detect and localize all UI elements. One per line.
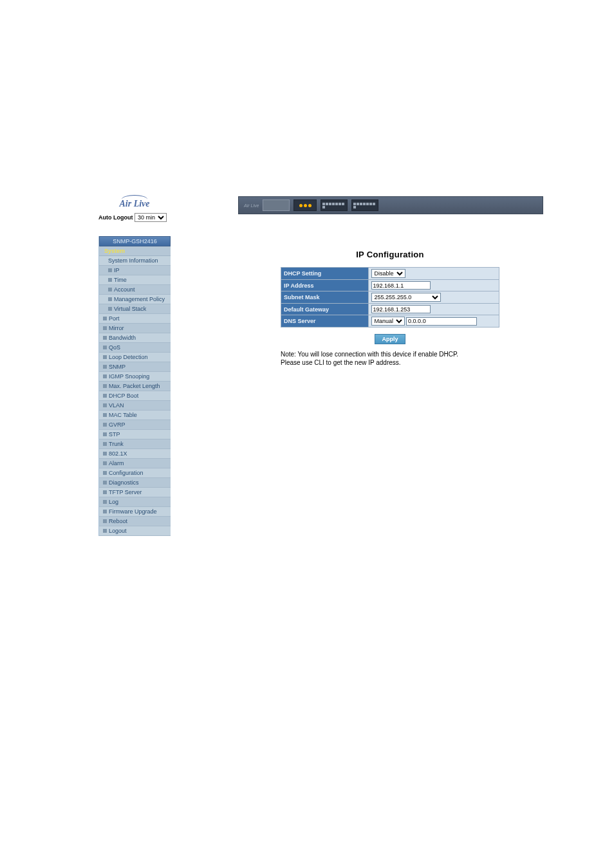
subnet-mask-select[interactable]: 255.255.255.0 (371, 293, 441, 302)
nav-item-logout[interactable]: Logout (99, 526, 171, 536)
banner-brand: Air Live (244, 203, 259, 208)
bullet-icon (103, 442, 107, 446)
nav-item-snmp[interactable]: SNMP (99, 362, 171, 372)
nav-device-name: SNMP-GSH2416 (99, 236, 171, 246)
bullet-icon (103, 374, 107, 378)
label-default-gateway: Default Gateway (281, 304, 369, 315)
bullet-icon (103, 413, 107, 417)
nav-item-8021x[interactable]: 802.1X (99, 449, 171, 459)
bullet-icon (108, 268, 112, 272)
label-dns-server: DNS Server (281, 315, 369, 328)
bullet-icon (108, 307, 112, 311)
page-title: IP Configuration (281, 250, 499, 259)
dhcp-setting-select[interactable]: Disable (371, 269, 405, 278)
nav-item-configuration[interactable]: Configuration (99, 468, 171, 478)
ip-address-input[interactable] (371, 281, 431, 290)
nav-item-system-information[interactable]: System Information (99, 256, 171, 266)
nav-item-port[interactable]: Port (99, 314, 171, 324)
bullet-icon (103, 403, 107, 407)
bullet-icon (103, 326, 107, 330)
nav-item-trunk[interactable]: Trunk (99, 439, 171, 449)
bullet-icon (103, 471, 107, 475)
bullet-icon (103, 384, 107, 388)
nav-item-management-policy[interactable]: Management Policy (99, 295, 171, 304)
nav-item-firmware-upgrade[interactable]: Firmware Upgrade (99, 507, 171, 517)
note-text: Note: You will lose connection with this… (281, 351, 499, 367)
nav-item-stp[interactable]: STP (99, 430, 171, 439)
nav-item-gvrp[interactable]: GVRP (99, 420, 171, 430)
main-content: IP Configuration DHCP Setting Disable IP… (281, 250, 499, 367)
dns-server-input[interactable] (406, 317, 477, 326)
nav-item-bandwidth[interactable]: Bandwidth (99, 333, 171, 343)
nav-item-vlan[interactable]: VLAN (99, 401, 171, 411)
nav-item-diagnostics[interactable]: Diagnostics (99, 478, 171, 488)
bullet-icon (108, 278, 112, 282)
nav-item-igmp-snooping[interactable]: IGMP Snooping (99, 372, 171, 382)
bullet-icon (103, 317, 107, 320)
nav: SNMP-GSH2416 System System Information I… (98, 236, 171, 536)
bullet-icon (103, 336, 107, 340)
banner-leds (293, 199, 317, 211)
bullet-icon (103, 510, 107, 513)
dns-mode-select[interactable]: Manual (371, 317, 405, 326)
logo-text: Air Live (119, 199, 149, 208)
bullet-icon (103, 490, 107, 494)
device-banner: Air Live (238, 196, 543, 214)
banner-label-box (263, 199, 290, 211)
nav-item-ip[interactable]: IP (99, 266, 171, 275)
apply-button[interactable]: Apply (375, 334, 405, 344)
label-subnet-mask: Subnet Mask (281, 291, 369, 304)
logo-area: Air Live (98, 198, 171, 212)
auto-logout-label: Auto Logout (98, 214, 133, 221)
sidebar: Air Live Auto Logout 30 min SNMP-GSH2416… (98, 198, 171, 536)
bullet-icon (103, 432, 107, 436)
auto-logout-select[interactable]: 30 min (135, 213, 167, 222)
default-gateway-input[interactable] (371, 305, 431, 313)
nav-item-account[interactable]: Account (99, 285, 171, 295)
banner-ports-2 (351, 199, 378, 211)
nav-item-tftp-server[interactable]: TFTP Server (99, 488, 171, 497)
bullet-icon (103, 355, 107, 359)
bullet-icon (103, 365, 107, 369)
nav-item-log[interactable]: Log (99, 497, 171, 507)
bullet-icon (103, 461, 107, 465)
bullet-icon (103, 519, 107, 523)
bullet-icon (108, 288, 112, 291)
bullet-icon (103, 529, 107, 533)
nav-item-reboot[interactable]: Reboot (99, 517, 171, 526)
nav-item-mac-table[interactable]: MAC Table (99, 411, 171, 420)
auto-logout-row: Auto Logout 30 min (98, 213, 171, 222)
nav-item-loop-detection[interactable]: Loop Detection (99, 353, 171, 362)
nav-item-qos[interactable]: QoS (99, 343, 171, 353)
banner-ports-1 (321, 199, 348, 211)
label-ip-address: IP Address (281, 280, 369, 291)
bullet-icon (108, 297, 112, 301)
label-dhcp-setting: DHCP Setting (281, 268, 369, 280)
nav-item-mirror[interactable]: Mirror (99, 324, 171, 333)
nav-item-dhcp-boot[interactable]: DHCP Boot (99, 391, 171, 401)
bullet-icon (103, 423, 107, 427)
ip-config-table: DHCP Setting Disable IP Address Subnet M… (281, 267, 499, 328)
nav-item-time[interactable]: Time (99, 275, 171, 285)
nav-group-system[interactable]: System (99, 246, 171, 256)
nav-item-virtual-stack[interactable]: Virtual Stack (99, 304, 171, 314)
bullet-icon (103, 452, 107, 456)
bullet-icon (103, 346, 107, 349)
bullet-icon (103, 394, 107, 398)
nav-item-max-packet-length[interactable]: Max. Packet Length (99, 382, 171, 391)
bullet-icon (103, 500, 107, 504)
bullet-icon (103, 481, 107, 485)
nav-item-alarm[interactable]: Alarm (99, 459, 171, 468)
